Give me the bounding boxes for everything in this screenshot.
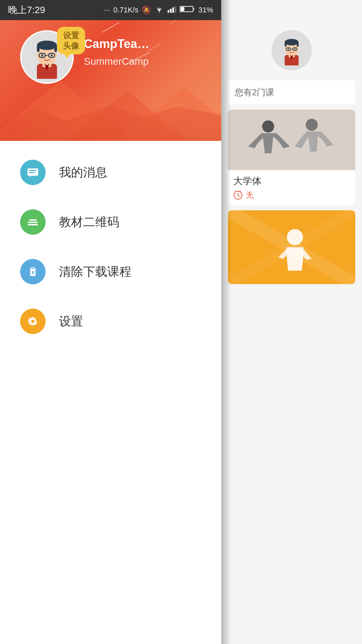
drawer-panel: 设置 头像 CampTea… SummerCamp 我的消息	[0, 0, 221, 644]
network-icon: ···	[104, 6, 110, 14]
signal-icon	[168, 5, 176, 15]
course-info-fitness: 大学体 无	[228, 170, 355, 205]
messages-icon	[20, 160, 46, 185]
svg-rect-26	[28, 224, 38, 225]
svg-rect-2	[170, 9, 172, 13]
svg-point-18	[51, 54, 53, 56]
svg-point-39	[285, 39, 299, 45]
svg-point-35	[31, 320, 35, 323]
trash-icon	[20, 259, 46, 284]
right-panel: 您有2门课 大学体	[221, 0, 362, 644]
messages-label: 我的消息	[59, 164, 107, 181]
svg-rect-25	[28, 222, 38, 223]
svg-rect-27	[28, 219, 29, 221]
svg-rect-30	[31, 268, 35, 269]
right-avatar-area	[221, 20, 362, 77]
svg-point-45	[288, 48, 289, 50]
status-bar: 晚上7:29 ··· 0.71K/s 🔕	[0, 0, 221, 20]
menu-item-messages[interactable]: 我的消息	[0, 148, 221, 197]
menu-item-qrcode[interactable]: 教材二维码	[0, 197, 221, 247]
course-card-yellow[interactable]	[228, 210, 355, 284]
svg-point-0	[159, 12, 160, 13]
settings-label: 设置	[59, 313, 83, 330]
speed-indicator: 0.71K/s	[113, 6, 138, 14]
svg-point-46	[294, 48, 296, 50]
right-status	[221, 0, 362, 20]
svg-rect-32	[32, 271, 33, 274]
battery-percent: 31%	[198, 6, 213, 14]
course-card-fitness[interactable]: 大学体 无	[228, 110, 355, 205]
set-avatar-bubble[interactable]: 设置 头像	[57, 27, 85, 54]
svg-point-11	[37, 41, 57, 50]
notification-bar: 您有2门课	[228, 80, 355, 104]
svg-rect-12	[37, 45, 40, 52]
svg-rect-24	[28, 219, 38, 221]
svg-rect-4	[175, 6, 176, 13]
user-org: SummerCamp	[84, 56, 149, 67]
svg-rect-33	[33, 271, 34, 274]
wifi-icon	[154, 5, 164, 15]
status-icons: ··· 0.71K/s 🔕 31	[104, 5, 213, 15]
svg-point-50	[306, 119, 318, 131]
menu-item-settings[interactable]: 设置	[0, 297, 221, 346]
svg-rect-21	[29, 170, 37, 171]
drawer-header: 设置 头像 CampTea… SummerCamp	[0, 0, 221, 141]
avatar-area: 设置 头像 CampTea… SummerCamp	[20, 30, 149, 84]
svg-rect-7	[180, 7, 184, 11]
svg-point-17	[41, 54, 43, 56]
svg-rect-13	[54, 45, 57, 52]
svg-rect-3	[172, 7, 174, 13]
menu-item-clear[interactable]: 清除下载课程	[0, 247, 221, 297]
course-image-fitness	[228, 110, 355, 170]
svg-point-49	[262, 120, 274, 132]
gear-icon	[20, 309, 46, 334]
svg-rect-22	[29, 172, 35, 173]
svg-rect-40	[285, 42, 287, 47]
svg-rect-31	[30, 270, 36, 276]
course-meta-fitness: 无	[233, 190, 350, 200]
svg-rect-6	[193, 8, 194, 10]
status-time: 晚上7:29	[8, 4, 45, 16]
clear-label: 清除下载课程	[59, 264, 131, 280]
svg-rect-41	[297, 42, 299, 47]
mute-icon: 🔕	[142, 6, 151, 14]
user-name: CampTea…	[84, 37, 149, 51]
avatar-wrapper[interactable]: 设置 头像	[20, 30, 74, 84]
qrcode-label: 教材二维码	[59, 214, 119, 230]
user-info: CampTea… SummerCamp	[84, 37, 149, 67]
svg-marker-23	[29, 176, 31, 177]
svg-rect-1	[168, 10, 169, 13]
drawer-menu: 我的消息 教材二维码	[0, 141, 221, 353]
course-title-fitness: 大学体	[233, 175, 350, 187]
qrcode-icon	[20, 209, 46, 235]
battery-icon	[180, 5, 195, 15]
right-avatar	[272, 30, 312, 70]
notification-text: 您有2门课	[235, 87, 274, 97]
svg-rect-28	[37, 219, 38, 221]
svg-point-55	[287, 229, 303, 245]
svg-rect-48	[228, 110, 355, 170]
